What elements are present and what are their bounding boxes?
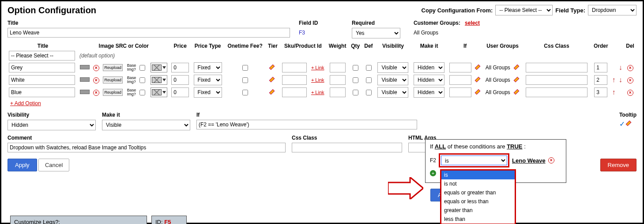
row-delete-icon[interactable]: × (627, 77, 633, 84)
row-visibility-select[interactable]: Visible (377, 62, 408, 73)
row-css-input[interactable] (526, 87, 588, 97)
onetime-checkbox[interactable] (242, 77, 248, 83)
condition-delete-icon[interactable]: × (548, 157, 554, 163)
row-visibility-select[interactable]: Visible (377, 87, 408, 98)
cssclass-input[interactable] (292, 143, 402, 152)
def-checkbox[interactable] (366, 90, 372, 95)
tier-edit-icon[interactable] (270, 64, 276, 70)
condition-operator-select[interactable]: is (441, 156, 507, 165)
image-delete-icon[interactable]: × (93, 90, 99, 96)
operator-option[interactable]: equals or greater than (441, 188, 515, 197)
row-if-input[interactable] (449, 63, 471, 72)
reupload-button[interactable]: Reupload (103, 76, 123, 84)
baseimg-checkbox[interactable] (139, 65, 145, 71)
row-order-input[interactable] (594, 63, 607, 72)
qty-checkbox[interactable] (353, 90, 358, 95)
cancel-button[interactable]: Cancel (38, 159, 69, 171)
row-usergroups-edit-icon[interactable] (514, 64, 520, 70)
color-select[interactable] (151, 63, 167, 72)
field-type-select[interactable]: Dropdown (588, 5, 636, 15)
option-title-input[interactable] (9, 87, 75, 97)
apply-button[interactable]: Apply (8, 159, 37, 171)
row-order-input[interactable] (594, 75, 607, 85)
move-up-icon[interactable]: ↑ (612, 88, 616, 96)
row-if-edit-icon[interactable] (475, 89, 482, 95)
onetime-checkbox[interactable] (242, 65, 248, 71)
tooltip-edit-icon[interactable] (626, 120, 633, 126)
sku-input[interactable] (282, 75, 307, 85)
copy-from-select[interactable]: -- Please Select -- (495, 5, 553, 15)
tier-edit-icon[interactable] (270, 76, 276, 83)
operator-option[interactable]: greater than (441, 206, 515, 215)
reupload-button[interactable]: Reupload (103, 89, 123, 96)
operator-option[interactable]: is (441, 171, 515, 179)
qty-checkbox[interactable] (353, 77, 358, 83)
qty-checkbox[interactable] (353, 65, 358, 71)
row-delete-icon[interactable]: × (627, 90, 633, 96)
tier-edit-icon[interactable] (270, 89, 276, 95)
operator-dropdown-open[interactable]: isis notequals or greater thanequals or … (440, 169, 516, 224)
price-input[interactable] (171, 75, 189, 85)
sku-input[interactable] (282, 63, 307, 72)
sku-input[interactable] (282, 87, 307, 97)
sku-link[interactable]: + Link (311, 90, 324, 95)
onetime-checkbox[interactable] (242, 90, 248, 95)
row-usergroups-edit-icon[interactable] (514, 89, 520, 95)
operator-option[interactable]: equals or less than (441, 197, 515, 206)
def-checkbox[interactable] (366, 77, 372, 83)
price-input[interactable] (171, 63, 189, 72)
if-input[interactable] (196, 120, 417, 129)
sku-link[interactable]: + Link (311, 65, 324, 70)
move-down-icon[interactable]: ↓ (619, 64, 622, 71)
required-select[interactable]: Yes (352, 28, 400, 38)
reupload-button[interactable]: Reupload (103, 64, 123, 71)
row-if-input[interactable] (449, 87, 471, 97)
pricetype-select[interactable]: Fixed (194, 62, 222, 73)
option-title-input[interactable] (9, 63, 75, 72)
annotation-arrow-icon (388, 177, 423, 199)
title-input[interactable] (8, 28, 290, 38)
option-title-input[interactable] (9, 75, 75, 85)
color-select[interactable] (151, 87, 167, 97)
def-checkbox[interactable] (366, 65, 372, 71)
row-if-edit-icon[interactable] (475, 64, 482, 70)
row-usergroups-edit-icon[interactable] (514, 76, 520, 83)
col-makeit: Make it (411, 42, 447, 50)
row-makeit-select[interactable]: Hidden (414, 75, 444, 85)
cust-groups-select-link[interactable]: select (465, 20, 480, 26)
color-select[interactable] (151, 75, 167, 85)
comment-input[interactable] (8, 143, 286, 152)
row-makeit-select[interactable]: Hidden (414, 62, 444, 73)
price-input[interactable] (171, 87, 189, 97)
baseimg-checkbox[interactable] (139, 77, 145, 83)
operator-option[interactable]: is not (441, 179, 515, 188)
move-up-icon[interactable]: ↑ (612, 76, 616, 84)
add-option-link[interactable]: + Add Option (8, 99, 41, 110)
sku-link[interactable]: + Link (311, 77, 324, 83)
row-if-edit-icon[interactable] (475, 76, 482, 83)
baseimg-checkbox[interactable] (139, 90, 145, 95)
row-css-input[interactable] (526, 75, 588, 85)
row-delete-icon[interactable]: × (627, 65, 633, 71)
row-visibility-select[interactable]: Visible (377, 75, 408, 85)
pricetype-select[interactable]: Fixed (194, 75, 222, 85)
image-delete-icon[interactable]: × (93, 77, 99, 84)
weight-input[interactable] (330, 63, 346, 72)
row-css-input[interactable] (526, 63, 588, 72)
image-delete-icon[interactable]: × (93, 65, 99, 71)
makeit-select[interactable]: Visible (102, 120, 190, 130)
row-order-input[interactable] (594, 87, 607, 97)
move-down-icon[interactable]: ↓ (619, 76, 622, 84)
row-if-input[interactable] (449, 75, 471, 85)
condition-add-icon[interactable]: + (430, 170, 436, 176)
pricetype-select[interactable]: Fixed (194, 87, 222, 98)
default-option-title[interactable] (9, 51, 75, 61)
weight-input[interactable] (330, 75, 346, 85)
condition-value[interactable]: Leno Weave (512, 157, 546, 164)
operator-option[interactable]: less than (441, 215, 515, 224)
row-makeit-select[interactable]: Hidden (414, 87, 444, 98)
visibility-select[interactable]: Hidden (8, 120, 96, 130)
col-sku: Sku/Product Id (280, 42, 326, 50)
remove-button[interactable]: Remove (600, 159, 636, 171)
weight-input[interactable] (330, 87, 346, 97)
